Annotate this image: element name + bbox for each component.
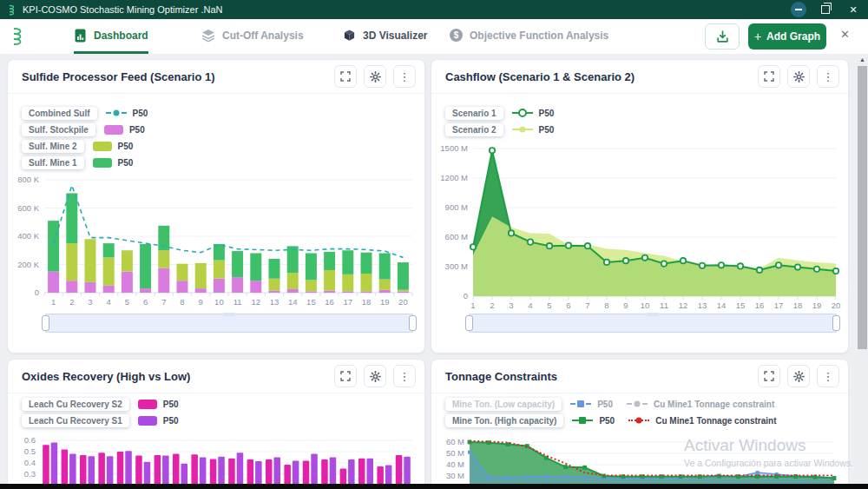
plus-icon: +	[754, 30, 761, 43]
navigation-bar: Dashboard Cut-Off Analysis 3D Visualizer…	[0, 19, 868, 55]
expand-icon[interactable]	[758, 65, 780, 88]
svg-text:1500 M: 1500 M	[440, 143, 468, 153]
svg-text:12: 12	[252, 297, 261, 307]
svg-text:0: 0	[464, 291, 468, 301]
legend-chip: Sulf. Stockpile	[22, 123, 95, 136]
svg-text:9: 9	[199, 297, 203, 307]
panel-title: Oxides Recovery (High vs Low)	[22, 370, 327, 383]
legend-chip: Sulf. Mine 1	[22, 156, 84, 169]
svg-text:19: 19	[812, 301, 822, 310]
svg-text:0.4: 0.4	[24, 458, 36, 467]
settings-gear-icon[interactable]	[787, 65, 810, 88]
svg-text:20: 20	[398, 297, 408, 307]
svg-text:2: 2	[69, 297, 74, 307]
export-download-button[interactable]	[705, 23, 740, 50]
svg-text:200 K: 200 K	[17, 260, 39, 269]
svg-text:9: 9	[623, 301, 628, 310]
legend-item[interactable]: Scenario 1 P50	[445, 107, 554, 119]
minimize-button[interactable]	[791, 2, 806, 17]
cube-icon	[343, 29, 356, 43]
tab-label: Objective Function Analysis	[470, 30, 608, 42]
legend-item[interactable]: Combined Sulf P50	[22, 107, 148, 119]
vertical-scrollbar[interactable]: ▲	[857, 54, 868, 489]
svg-text:20: 20	[832, 301, 841, 310]
settings-gear-icon[interactable]	[787, 365, 810, 387]
legend-item[interactable]: Leach Cu Recovery S2 P50	[22, 398, 179, 410]
window-controls: ✕	[791, 0, 868, 19]
tab-3d-visualizer[interactable]: 3D Visualizer	[343, 19, 427, 51]
legend-item[interactable]: Scenario 2 P50	[445, 123, 554, 135]
tab-cutoff-analysis[interactable]: Cut-Off Analysis	[201, 19, 304, 51]
settings-gear-icon[interactable]	[364, 65, 386, 88]
legend-item[interactable]: Mine Ton. (Low capacity) P50 Cu Mine1 To…	[445, 398, 776, 410]
legend-chip: Leach Cu Recovery S1	[22, 414, 129, 427]
svg-text:12: 12	[679, 301, 688, 310]
legend: Mine Ton. (Low capacity) P50 Cu Mine1 To…	[445, 398, 776, 431]
legend-item[interactable]: Leach Cu Recovery S1 P50	[22, 414, 179, 426]
legend-chip: Mine Ton. (High capacity)	[445, 414, 563, 427]
svg-text:4: 4	[107, 297, 111, 307]
kebab-menu-icon[interactable]: ⋮	[393, 65, 416, 88]
svg-text:18: 18	[362, 297, 372, 307]
svg-text:18: 18	[793, 301, 803, 310]
legend-constraint-item[interactable]: Cu Mine1 Tonnage constraint	[618, 400, 774, 409]
svg-text:5: 5	[125, 297, 129, 307]
scrollbar-thumb[interactable]	[858, 66, 867, 349]
add-graph-button[interactable]: + Add Graph	[748, 23, 826, 50]
svg-text:40 M: 40 M	[446, 459, 464, 469]
legend-item[interactable]: Sulf. Mine 2 P50	[22, 140, 148, 152]
legend-item[interactable]: Sulf. Stockpile P50	[22, 123, 148, 135]
legend-item[interactable]: Mine Ton. (High capacity) P50 Cu Mine1 T…	[445, 414, 776, 426]
svg-text:11: 11	[660, 301, 668, 310]
legend-line-marker	[512, 125, 533, 134]
close-dashboard-icon[interactable]: ✕	[840, 28, 850, 41]
tab-label: Dashboard	[94, 30, 148, 42]
restore-button[interactable]	[818, 2, 833, 17]
legend-chip: Scenario 1	[445, 107, 503, 120]
screen-edge-strip	[0, 484, 868, 489]
settings-gear-icon[interactable]	[364, 365, 386, 387]
kebab-menu-icon[interactable]: ⋮	[817, 65, 839, 88]
panel-header: Tonnage Constraints ⋮	[431, 360, 848, 393]
data-zoom-slider[interactable]	[468, 314, 838, 333]
kebab-menu-icon[interactable]: ⋮	[817, 365, 839, 387]
legend-constraint-item[interactable]: Cu Mine1 Tonnage constraint	[620, 416, 776, 426]
svg-text:7: 7	[161, 297, 166, 307]
kebab-menu-icon[interactable]: ⋮	[393, 365, 416, 387]
legend-swatch	[138, 416, 157, 426]
svg-text:3: 3	[88, 297, 92, 307]
legend-item[interactable]: Sulf. Mine 1 P50	[22, 156, 148, 169]
download-icon	[716, 30, 729, 43]
scroll-up-arrow-icon[interactable]: ▲	[857, 54, 868, 65]
window-titlebar: KPI-COSMO Stochastic Mining Optimizer .N…	[0, 0, 868, 19]
svg-text:600 M: 600 M	[445, 232, 468, 241]
svg-text:400 K: 400 K	[17, 231, 39, 241]
legend-line-marker	[627, 400, 648, 408]
svg-text:16: 16	[325, 297, 334, 307]
line-chart: 60 M50 M40 M30 M123456789101112131415161…	[438, 433, 841, 489]
panel-title: Tonnage Constraints	[445, 370, 751, 383]
tab-objective-function[interactable]: $ Objective Function Analysis	[450, 19, 608, 51]
area-chart: 1500 M1200 M900 M600 M300 M0123456789101…	[438, 140, 841, 310]
data-zoom-slider[interactable]	[44, 314, 414, 333]
expand-icon[interactable]	[334, 65, 357, 88]
svg-text:300 M: 300 M	[445, 261, 468, 271]
svg-text:5: 5	[547, 301, 551, 310]
svg-text:15: 15	[306, 297, 316, 307]
app-icon	[7, 4, 16, 16]
svg-text:13: 13	[698, 301, 707, 310]
legend-chip: Sulf. Mine 2	[22, 140, 84, 153]
legend-line-marker	[512, 109, 533, 117]
svg-text:19: 19	[380, 297, 390, 307]
tab-label: 3D Visualizer	[363, 30, 427, 42]
legend-chip: Combined Sulf	[22, 107, 97, 120]
svg-text:10: 10	[214, 297, 224, 307]
close-window-button[interactable]: ✕	[844, 2, 863, 17]
svg-text:600 K: 600 K	[17, 203, 39, 213]
dashboard-content: Sulfide Processor Feed (Scenario 1) ⋮ Co…	[0, 54, 868, 489]
expand-icon[interactable]	[334, 365, 357, 387]
legend-line-marker	[628, 416, 649, 425]
expand-icon[interactable]	[758, 365, 780, 387]
tab-dashboard[interactable]: Dashboard	[74, 19, 148, 54]
svg-text:17: 17	[344, 297, 353, 307]
